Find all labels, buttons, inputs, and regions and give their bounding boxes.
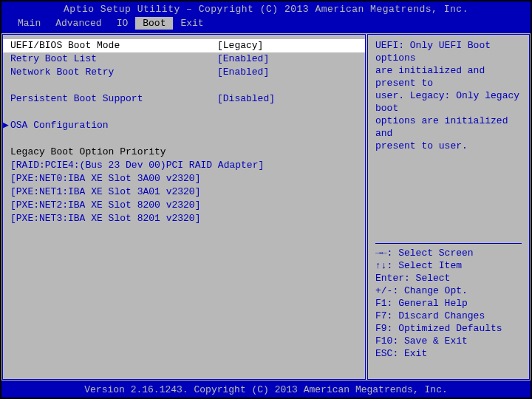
submenu-osa-configuration[interactable]: ▶ OSA Configuration (10, 119, 358, 132)
footer-bar: Version 2.16.1243. Copyright (C) 2013 Am… (1, 382, 531, 398)
help-key: ESC: Exit (375, 347, 522, 360)
tab-io[interactable]: IO (109, 17, 136, 30)
tab-advanced[interactable]: Advanced (48, 17, 109, 30)
help-line: present to user. (375, 140, 522, 152)
help-key: Enter: Select (375, 272, 522, 284)
boot-option[interactable]: [PXE:NET3:IBA XE Slot 8201 v2320] (10, 212, 358, 225)
setting-value: [Enabled] (217, 66, 269, 79)
help-text: UEFI: Only UEFI Boot options are initial… (375, 39, 522, 152)
tab-exit[interactable]: Exit (173, 17, 211, 30)
help-line: user. Legacy: Only legacy boot (375, 89, 522, 115)
menu-bar: Main Advanced IO Boot Exit (1, 17, 531, 32)
setting-label: Persistent Boot Support (10, 92, 217, 106)
spacer (10, 79, 358, 92)
setting-network-retry[interactable]: Network Boot Retry [Enabled] (10, 66, 358, 79)
setting-value: [Disabled] (217, 92, 275, 106)
help-line: UEFI: Only UEFI Boot options (375, 39, 522, 64)
setting-label: Network Boot Retry (10, 66, 217, 79)
help-line: options are initialized and (375, 115, 522, 140)
setting-retry-boot[interactable]: Retry Boot List [Enabled] (10, 52, 358, 66)
help-key: →←: Select Screen (375, 247, 522, 259)
title-bar: Aptio Setup Utility – Copyright (C) 2013… (1, 1, 531, 17)
setting-value: [Legacy] (217, 39, 263, 52)
spacer (10, 106, 358, 119)
setting-boot-mode[interactable]: UEFI/BIOS Boot Mode [Legacy] (3, 39, 365, 52)
help-key: +/-: Change Opt. (375, 284, 522, 297)
setting-label: UEFI/BIOS Boot Mode (10, 39, 217, 52)
boot-option[interactable]: [PXE:NET2:IBA XE Slot 8200 v2320] (10, 199, 358, 212)
settings-panel: UEFI/BIOS Boot Mode [Legacy] Retry Boot … (2, 34, 366, 380)
content-area: UEFI/BIOS Boot Mode [Legacy] Retry Boot … (1, 32, 531, 382)
setting-label: Retry Boot List (10, 52, 217, 66)
help-keys: →←: Select Screen ↑↓: Select Item Enter:… (375, 240, 522, 360)
setting-value: [Enabled] (217, 52, 269, 66)
help-key: F9: Optimized Defaults (375, 322, 522, 335)
section-header-legacy-boot: Legacy Boot Option Priority (10, 146, 358, 159)
divider (375, 243, 522, 244)
boot-option[interactable]: [PXE:NET0:IBA XE Slot 3A00 v2320] (10, 172, 358, 185)
tab-boot[interactable]: Boot (135, 17, 173, 30)
boot-option[interactable]: [PXE:NET1:IBA XE Slot 3A01 v2320] (10, 185, 358, 199)
help-line: are initialized and present to (375, 64, 522, 89)
submenu-arrow-icon: ▶ (3, 119, 9, 132)
help-key: F7: Discard Changes (375, 310, 522, 322)
spacer (10, 132, 358, 146)
submenu-label: OSA Configuration (10, 120, 109, 131)
help-panel: UEFI: Only UEFI Boot options are initial… (367, 34, 530, 380)
bios-frame: Aptio Setup Utility – Copyright (C) 2013… (0, 0, 532, 399)
setting-persistent-boot[interactable]: Persistent Boot Support [Disabled] (10, 92, 358, 106)
tab-main[interactable]: Main (10, 17, 48, 30)
help-key: ↑↓: Select Item (375, 259, 522, 272)
boot-option[interactable]: [RAID:PCIE4:(Bus 23 Dev 00)PCI RAID Adap… (10, 159, 358, 172)
help-key: F1: General Help (375, 297, 522, 310)
help-key: F10: Save & Exit (375, 335, 522, 347)
